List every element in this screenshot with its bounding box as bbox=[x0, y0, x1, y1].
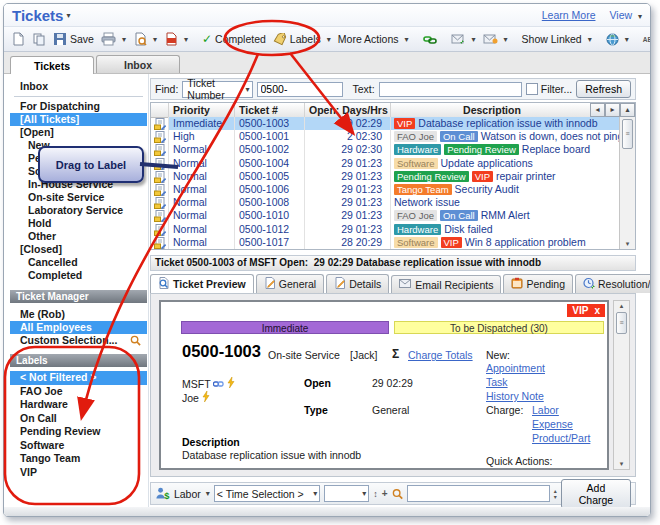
title-caret-icon[interactable]: ▾ bbox=[66, 11, 70, 20]
account-bolt-icon[interactable] bbox=[227, 377, 235, 388]
label-filter-item[interactable]: Hardware bbox=[10, 398, 147, 412]
description-column-header[interactable]: Description bbox=[391, 103, 590, 117]
lookup-magnifier-icon[interactable] bbox=[392, 488, 403, 500]
labels-button[interactable]: Labels ▾ bbox=[270, 31, 334, 48]
label-chip[interactable]: VIP bbox=[441, 237, 462, 248]
sidebar-item[interactable]: For Dispatching bbox=[10, 100, 147, 113]
spellcheck-button[interactable]: ABC✓ bbox=[640, 32, 651, 46]
copy-button[interactable] bbox=[29, 30, 49, 48]
account-name[interactable]: MSFT bbox=[182, 378, 210, 390]
tab-tickets[interactable]: Tickets bbox=[10, 56, 94, 74]
email-receive-button[interactable]: ▾ bbox=[480, 31, 511, 47]
table-row[interactable]: Normal0500-101229 01:23HardwareDisk fail… bbox=[151, 223, 620, 236]
plus-icon[interactable]: + bbox=[382, 488, 388, 499]
scroll-right-button[interactable]: ▸ bbox=[605, 103, 620, 117]
sidebar-item[interactable]: [All Tickets] bbox=[10, 113, 147, 126]
label-chip[interactable]: Pending Review bbox=[394, 171, 469, 182]
label-chip[interactable]: VIP bbox=[472, 171, 493, 182]
label-filter-item[interactable]: On Call bbox=[10, 412, 147, 426]
tab-inbox[interactable]: Inbox bbox=[96, 55, 180, 73]
preview-vertical-scrollbar[interactable]: ▴ ≡ ▾ bbox=[613, 300, 630, 470]
preview-scroll-up-icon[interactable]: ▴ bbox=[614, 301, 629, 310]
sidebar-item[interactable]: Hold bbox=[10, 217, 147, 230]
label-filter-item[interactable]: < Not Filtered > bbox=[10, 371, 147, 385]
view-caret-icon[interactable]: ▾ bbox=[638, 12, 642, 21]
detail-tab-general[interactable]: General bbox=[256, 274, 324, 293]
label-chip[interactable]: FAO Joe bbox=[394, 210, 437, 221]
sidebar-item-inbox[interactable]: Inbox bbox=[10, 80, 147, 93]
pdf-button[interactable]: ▾ bbox=[161, 30, 191, 48]
table-row[interactable]: High0500-10012 02:30FAO JoeOn CallWatson… bbox=[151, 130, 620, 143]
refresh-button[interactable]: Refresh bbox=[576, 80, 631, 98]
account-link-icon[interactable] bbox=[213, 379, 224, 389]
detail-tab-pending[interactable]: Pending bbox=[503, 274, 573, 293]
filter-checkbox[interactable] bbox=[526, 83, 538, 95]
contact-name[interactable]: Joe bbox=[182, 392, 199, 404]
find-field-select[interactable]: Ticket Number ▾ bbox=[182, 81, 252, 98]
ticket-manager-item[interactable]: Custom Selection... bbox=[10, 334, 147, 347]
label-chip[interactable]: On Call bbox=[440, 131, 478, 142]
completed-button[interactable]: ✓ Completed bbox=[199, 31, 269, 47]
label-chip[interactable]: Hardware bbox=[394, 224, 441, 235]
priority-column-header[interactable]: Priority bbox=[169, 103, 235, 117]
table-row[interactable]: Normal0500-100229 02:30HardwarePending R… bbox=[151, 143, 620, 156]
charge-labor-link[interactable]: Labor bbox=[532, 404, 590, 416]
label-chip[interactable]: Software bbox=[394, 237, 438, 248]
learn-more-link[interactable]: Learn More bbox=[542, 9, 596, 21]
table-row[interactable]: Normal0500-101728 20:29SoftwareVIPWin 8 … bbox=[151, 236, 620, 249]
link-records-button[interactable] bbox=[420, 31, 440, 48]
sidebar-item[interactable]: [Closed] bbox=[10, 243, 147, 256]
rate-select[interactable]: ▾ bbox=[324, 485, 369, 502]
label-chip[interactable]: VIP bbox=[394, 118, 415, 129]
contact-bolt-icon[interactable] bbox=[202, 391, 210, 402]
new-appointment-link[interactable]: Appointment bbox=[486, 362, 545, 374]
sidebar-item[interactable]: Completed bbox=[10, 269, 147, 282]
label-filter-item[interactable]: Pending Review bbox=[10, 425, 147, 439]
scrollbar-thumb[interactable]: ≡ bbox=[622, 119, 633, 149]
ticket-number-input[interactable] bbox=[257, 82, 343, 97]
label-filter-item[interactable]: FAO Joe bbox=[10, 385, 147, 399]
scroll-down-icon[interactable]: ▾ bbox=[620, 239, 635, 248]
view-menu[interactable]: View bbox=[609, 9, 632, 21]
ticket-column-header[interactable]: Ticket # bbox=[235, 103, 305, 117]
label-chip[interactable]: FAO Joe bbox=[394, 131, 437, 142]
label-chip[interactable]: On Call bbox=[440, 210, 478, 221]
web-button[interactable]: ▾ bbox=[603, 31, 632, 48]
label-chip[interactable]: Hardware bbox=[394, 144, 441, 155]
scroll-up-button[interactable]: ▴ bbox=[620, 103, 635, 117]
charge-category-select[interactable]: Labor ▾ bbox=[174, 488, 210, 500]
table-row[interactable]: Normal0500-100529 01:23Pending ReviewVIP… bbox=[151, 170, 620, 183]
detail-tab-details[interactable]: Details bbox=[326, 274, 389, 293]
vip-badge[interactable]: VIPx bbox=[567, 304, 605, 317]
sidebar-item[interactable]: Laboratory Service bbox=[10, 204, 147, 217]
charge-description-input[interactable] bbox=[407, 485, 550, 502]
sidebar-item[interactable]: [Open] bbox=[10, 126, 147, 139]
sidebar-item[interactable]: On-site Service bbox=[10, 191, 147, 204]
new-task-link[interactable]: Task bbox=[486, 376, 545, 388]
swap-icon[interactable]: ↕ bbox=[373, 489, 378, 499]
charge-product-part-link[interactable]: Product/Part bbox=[532, 432, 590, 444]
time-selection-select[interactable]: < Time Selection > ▾ bbox=[214, 485, 320, 502]
label-chip[interactable]: Software bbox=[394, 158, 438, 169]
detail-tab-ticket-preview[interactable]: Ticket Preview bbox=[150, 274, 254, 293]
table-row[interactable]: Normal0500-100829 01:23Network issue bbox=[151, 196, 620, 209]
sidebar-item[interactable]: Cancelled bbox=[10, 256, 147, 269]
show-linked-button[interactable]: Show Linked ▾ bbox=[519, 31, 595, 47]
preview-scrollbar-thumb[interactable]: ≡ bbox=[616, 312, 627, 334]
preview-scroll-down-icon[interactable]: ▾ bbox=[614, 459, 629, 468]
label-filter-item[interactable]: VIP bbox=[10, 466, 147, 480]
label-filter-item[interactable]: Software bbox=[10, 439, 147, 453]
open-column-header[interactable]: Open: Days/Hrs bbox=[305, 103, 391, 117]
detail-tab-resolution-history[interactable]: Resolution/History bbox=[575, 274, 651, 293]
ticket-manager-item[interactable]: All Employees bbox=[10, 321, 147, 334]
table-row[interactable]: Normal0500-101029 01:23FAO JoeOn CallRMM… bbox=[151, 209, 620, 222]
table-row[interactable]: Normal0500-100629 01:23Tango TeamSecurit… bbox=[151, 183, 620, 196]
label-chip[interactable]: Tango Team bbox=[394, 184, 452, 195]
detail-tab-email-recipients[interactable]: Email Recipients bbox=[391, 275, 501, 293]
print-preview-button[interactable]: ▾ bbox=[130, 30, 160, 48]
quantity-stepper[interactable]: ▴▾ bbox=[554, 488, 557, 500]
new-history-note-link[interactable]: History Note bbox=[486, 390, 545, 402]
ticket-manager-item[interactable]: Me (Rob) bbox=[10, 308, 147, 321]
sidebar-item[interactable]: Other bbox=[10, 230, 147, 243]
label-filter-item[interactable]: Tango Team bbox=[10, 452, 147, 466]
